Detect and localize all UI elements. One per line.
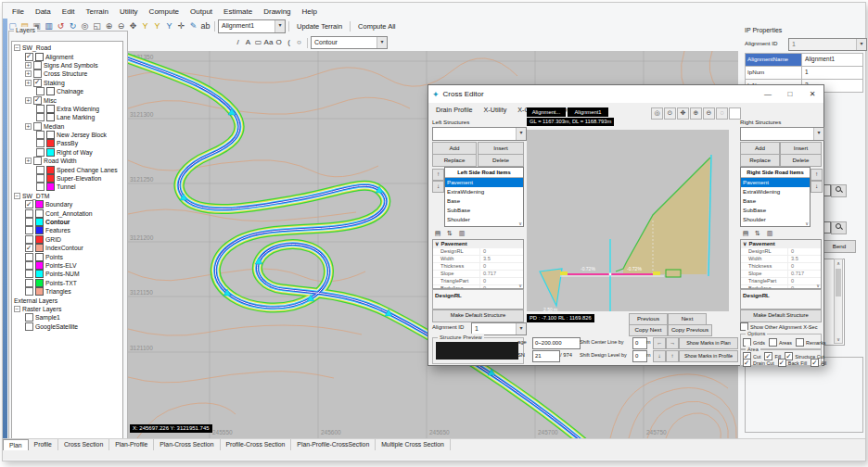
right-road-items-list[interactable]: Right Side Road Items PavementExtraWiden… <box>740 167 811 227</box>
categorized-icon[interactable]: ▤ <box>740 228 751 239</box>
propgrid-row-designrl[interactable]: DesignRL0 <box>433 248 523 256</box>
layer-visibility-checkbox[interactable] <box>36 174 45 183</box>
layer-color-swatch[interactable] <box>46 105 55 113</box>
pan-icon[interactable]: ✥ <box>677 107 689 120</box>
layer-visibility-checkbox[interactable] <box>25 218 33 226</box>
left-road-item-shoulder[interactable]: Shoulder <box>445 215 523 224</box>
layer-item-cont-annotation[interactable]: Cont_Annotation <box>12 208 122 217</box>
rectangle-tool-icon[interactable]: ▭ <box>253 37 263 48</box>
chainage-input[interactable]: 0~200.000 <box>532 337 581 349</box>
chevron-down-icon[interactable]: ▾ <box>274 20 285 32</box>
scroll-up-icon[interactable]: ∧ <box>835 259 842 267</box>
layer-item-sample1[interactable]: Sample1 <box>12 313 122 322</box>
left-road-item-extrawidening[interactable]: ExtraWidening <box>445 187 523 196</box>
expand-icon[interactable]: + <box>25 62 32 69</box>
ip-table-value[interactable]: Alignment1 <box>802 54 862 66</box>
right-delete-button[interactable]: Delete <box>780 154 822 167</box>
layer-item-signs-and-symbols[interactable]: +Signs And Symbols <box>12 61 122 69</box>
expand-icon[interactable]: + <box>25 70 32 77</box>
layer-color-swatch[interactable] <box>35 261 44 270</box>
menu-utility[interactable]: Utility <box>114 6 144 18</box>
show-marks-profile-button[interactable]: Show Marks in Profile <box>679 350 738 362</box>
right-road-item-shoulder[interactable]: Shoulder <box>741 215 810 224</box>
layer-item-tunnel[interactable]: Tunnel <box>12 183 122 191</box>
left-insert-button[interactable]: Insert <box>478 142 524 155</box>
back-fill-checkbox[interactable] <box>778 359 786 367</box>
menu-output[interactable]: Output <box>185 6 218 18</box>
left-road-item-base[interactable]: Base <box>445 196 523 206</box>
compute-all-button[interactable]: Compute All <box>353 21 400 32</box>
alignment-combobox[interactable]: Alignment1 ▾ <box>218 19 286 33</box>
zoom-extent-icon[interactable]: ◎ <box>651 107 663 120</box>
shift-up-button[interactable]: ↑ <box>666 350 679 362</box>
collapse-icon[interactable]: − <box>14 306 20 312</box>
right-add-button[interactable]: Add <box>740 142 780 155</box>
layer-item-googlesatellite[interactable]: GoogleSatellite <box>12 322 122 331</box>
move-up-button[interactable]: ↑ <box>432 169 444 181</box>
layer-item-speed-change-lanes[interactable]: Speed Change Lanes <box>12 165 122 173</box>
right-structures-combobox[interactable]: ▾ <box>740 127 824 141</box>
layer-visibility-checkbox[interactable] <box>25 200 33 208</box>
ce-menu-drain-profile[interactable]: Drain Profile <box>430 106 479 114</box>
layer-item-misc[interactable]: +Misc <box>12 95 122 104</box>
propgrid-row-trianglepart[interactable]: TrianglePart0 <box>433 278 523 285</box>
section-tab-alignment-prev[interactable]: Alignment... <box>527 107 566 117</box>
propgrid-group-header[interactable]: ∨Pavement <box>433 240 523 248</box>
layer-item-points-elv[interactable]: Points-ELV <box>12 261 122 270</box>
layer-item-lane-marking[interactable]: Lane Marking <box>12 113 122 121</box>
property-value[interactable]: 0 <box>480 248 486 255</box>
layer-item-extra-widening[interactable]: Extra Widening <box>12 105 122 113</box>
layer-visibility-checkbox[interactable] <box>36 105 45 113</box>
text-tool-icon[interactable]: Aa <box>263 37 274 48</box>
bend-button[interactable]: Bend <box>823 240 856 253</box>
layer-item-grid[interactable]: GRID <box>12 235 122 244</box>
copy-next-button[interactable]: Copy Next <box>629 324 668 336</box>
layer-visibility-checkbox[interactable] <box>25 322 33 331</box>
layer-visibility-checkbox[interactable] <box>33 69 42 78</box>
layer-visibility-checkbox[interactable] <box>36 113 45 121</box>
propgrid-row-trianglepart[interactable]: TrianglePart0 <box>741 278 821 285</box>
categorized-icon[interactable]: ▤ <box>432 228 443 239</box>
all-checkbox[interactable] <box>811 359 819 367</box>
expand-icon[interactable]: + <box>25 123 32 130</box>
layer-visibility-checkbox[interactable] <box>36 148 45 157</box>
zoom-out-icon[interactable]: ⊖ <box>703 107 715 120</box>
layer-visibility-checkbox[interactable] <box>33 96 42 105</box>
layer-item-right-of-way[interactable]: Right of Way <box>12 148 122 157</box>
menu-data[interactable]: Data <box>30 6 57 18</box>
propgrid-row-width[interactable]: Width3.5 <box>433 256 523 263</box>
scroll-down-icon[interactable]: ∨ <box>805 221 810 226</box>
property-value[interactable]: 0 <box>480 278 486 284</box>
draw-style-combobox[interactable]: Contour ▾ <box>311 36 388 49</box>
property-value[interactable]: 0 <box>788 278 794 284</box>
collapse-icon[interactable]: − <box>14 44 20 51</box>
chevron-down-icon[interactable]: ▾ <box>516 323 526 334</box>
layer-visibility-checkbox[interactable] <box>36 87 45 95</box>
layer-visibility-checkbox[interactable] <box>36 166 45 174</box>
chevron-down-icon[interactable]: ▾ <box>813 128 823 140</box>
maximize-button[interactable]: □ <box>779 85 801 103</box>
propgrid-row-thickness[interactable]: Thickness0 <box>741 263 821 271</box>
cross-section-canvas[interactable]: -0.72% -0.72% 2.50 m <box>527 130 729 311</box>
close-button[interactable]: ✕ <box>801 85 823 103</box>
scroll-down-icon[interactable]: ∨ <box>518 283 523 288</box>
right-make-default-button[interactable]: Make Default Structure <box>740 309 822 322</box>
layer-color-swatch[interactable] <box>46 87 55 95</box>
update-terrain-button[interactable]: Update Terrain <box>292 21 347 32</box>
collapse-icon[interactable]: ∨ <box>743 240 747 248</box>
layer-item-external-layers[interactable]: External Layers <box>12 296 122 304</box>
layer-color-swatch[interactable] <box>35 279 44 287</box>
sort-alpha-icon[interactable]: ⇅ <box>752 228 763 239</box>
pan-icon[interactable]: ✥ <box>127 20 139 32</box>
layer-color-swatch[interactable] <box>35 270 44 278</box>
layer-color-swatch[interactable] <box>35 218 44 226</box>
menu-compute[interactable]: Compute <box>144 6 185 18</box>
move-down-button[interactable]: ↓ <box>432 181 444 193</box>
layer-item-new-jersey-block[interactable]: New Jersey Block <box>12 131 122 139</box>
profile-tool-icon[interactable]: Y <box>151 20 163 32</box>
expand-icon[interactable]: + <box>25 158 32 164</box>
search-button-1[interactable] <box>831 184 847 197</box>
property-value[interactable]: 0 <box>480 263 486 270</box>
shift-left-button[interactable]: ← <box>653 337 666 349</box>
property-pages-icon[interactable]: ▥ <box>764 228 775 239</box>
